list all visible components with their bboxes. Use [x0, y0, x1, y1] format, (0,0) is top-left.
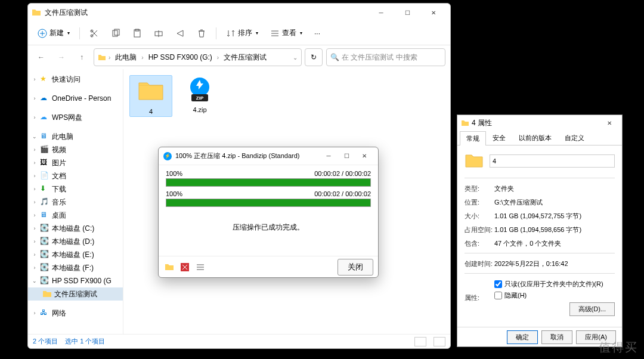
- rename-icon: [154, 29, 163, 38]
- bandizip-icon: ⚡: [163, 152, 172, 160]
- share-button[interactable]: [171, 26, 190, 41]
- maximize-button[interactable]: ☐: [394, 4, 420, 21]
- icons-view-button[interactable]: [434, 337, 445, 346]
- close-button[interactable]: ✕: [420, 4, 447, 21]
- folder-item[interactable]: 4: [129, 75, 172, 117]
- test-button[interactable]: [179, 261, 191, 273]
- disk-value: 1.01 GB (1,094,598,656 字节): [494, 225, 615, 234]
- address-bar[interactable]: › 此电脑 › HP SSD FX900 (G:) › 文件压缩测试 ⌄: [94, 48, 302, 66]
- sidebar-disk-d[interactable]: ›💽本地磁盘 (D:): [28, 235, 123, 248]
- sidebar-current-folder[interactable]: 文件压缩测试: [28, 287, 123, 301]
- sidebar-disk-g[interactable]: ⌄💽HP SSD FX900 (G: [28, 274, 123, 287]
- sidebar-network[interactable]: ›🖧网络: [28, 307, 123, 320]
- tab-custom[interactable]: 自定义: [558, 131, 591, 145]
- advanced-button[interactable]: 高级(D)...: [569, 302, 615, 316]
- search-input[interactable]: 🔍 在 文件压缩测试 中搜索: [326, 48, 445, 66]
- more-button[interactable]: ···: [309, 27, 325, 40]
- star-icon: ★: [40, 75, 49, 84]
- new-button[interactable]: 新建▾: [33, 26, 75, 41]
- drive-icon: 💽: [40, 250, 49, 259]
- minimize-button[interactable]: ─: [368, 4, 394, 21]
- share-icon: [175, 29, 185, 38]
- trash-icon: [197, 29, 206, 38]
- drive-icon: 💽: [40, 237, 49, 246]
- tab-previous[interactable]: 以前的版本: [512, 131, 558, 145]
- close-button[interactable]: ✕: [600, 114, 618, 131]
- breadcrumb-item[interactable]: 此电脑: [113, 51, 139, 64]
- details-view-button[interactable]: [414, 337, 426, 346]
- disk-label: 占用空间:: [465, 225, 494, 234]
- document-icon: 📄: [40, 171, 49, 181]
- cloud-icon: ☁: [40, 94, 49, 103]
- ok-button[interactable]: 确定: [507, 330, 538, 344]
- progress-2-time: 00:00:02 / 00:00:02: [314, 190, 371, 197]
- bandizip-dialog: ⚡ 100% 正在压缩 4.zip - Bandizip (Standard) …: [158, 147, 379, 278]
- type-label: 类型:: [465, 184, 494, 193]
- zip-file-item[interactable]: ZIP 4.zip: [178, 75, 221, 113]
- minimize-button[interactable]: ─: [320, 148, 338, 165]
- item-count: 2 个项目: [33, 337, 58, 346]
- sidebar-videos[interactable]: ›🎬视频: [28, 143, 123, 156]
- sidebar-quick-access[interactable]: ›★快速访问: [28, 73, 123, 86]
- readonly-checkbox[interactable]: [494, 280, 502, 288]
- sidebar-disk-f[interactable]: ›💽本地磁盘 (F:): [28, 261, 123, 274]
- breadcrumb-item[interactable]: 文件压缩测试: [221, 51, 269, 64]
- paste-button[interactable]: [128, 26, 147, 41]
- breadcrumb-item[interactable]: HP SSD FX900 (G:): [146, 52, 215, 63]
- sidebar-pictures[interactable]: ›🖼图片: [28, 156, 123, 169]
- list-icon: [196, 262, 205, 272]
- sidebar-downloads[interactable]: ›⬇下载: [28, 182, 123, 196]
- sidebar-wps[interactable]: ›☁WPS网盘: [28, 111, 123, 124]
- desktop-icon: 🖥: [40, 211, 49, 220]
- chevron-down-icon[interactable]: ⌄: [293, 54, 298, 61]
- contains-value: 47 个文件，0 个文件夹: [494, 239, 615, 248]
- maximize-button[interactable]: ☐: [338, 148, 355, 165]
- plus-icon: [38, 29, 47, 38]
- name-field[interactable]: [490, 154, 615, 168]
- attributes-label: 属性:: [465, 293, 494, 302]
- delete-button[interactable]: [192, 26, 211, 41]
- watermark: 值得买: [599, 339, 638, 355]
- cancel-button[interactable]: 取消: [541, 330, 572, 344]
- up-button[interactable]: ↑: [73, 49, 90, 66]
- search-icon: 🔍: [330, 53, 339, 61]
- svg-text:ZIP: ZIP: [196, 95, 204, 101]
- folder-icon: [461, 119, 469, 127]
- cut-button[interactable]: [85, 26, 104, 41]
- sidebar-music[interactable]: ›🎵音乐: [28, 196, 123, 209]
- view-button[interactable]: 查看▾: [265, 26, 307, 41]
- properties-dialog: 4 属性 ✕ 常规 安全 以前的版本 自定义 类型:文件夹 位置:G:\文件压缩…: [457, 114, 623, 347]
- tab-general[interactable]: 常规: [460, 131, 486, 146]
- sidebar-disk-c[interactable]: ›💽本地磁盘 (C:): [28, 222, 123, 235]
- open-folder-button[interactable]: [163, 261, 175, 273]
- forward-button[interactable]: →: [53, 49, 70, 66]
- clipboard-icon: [132, 29, 142, 38]
- back-button[interactable]: ←: [33, 49, 49, 66]
- created-value: 2022年5月22日，0:16:42: [494, 259, 615, 268]
- sidebar-thispc[interactable]: ⌄🖥此电脑: [28, 130, 123, 143]
- close-button[interactable]: ✕: [355, 148, 373, 165]
- folder-icon: [42, 289, 52, 299]
- drive-icon: 💽: [40, 224, 49, 233]
- toolbar: 新建▾ 排序▾ 查看▾ ···: [28, 21, 450, 45]
- network-icon: 🖧: [40, 308, 49, 318]
- folder-icon: [137, 77, 165, 106]
- close-action-button[interactable]: 关闭: [338, 259, 373, 276]
- cloud-icon: ☁: [40, 113, 49, 122]
- hidden-checkbox[interactable]: [494, 292, 502, 299]
- list-button[interactable]: [194, 261, 206, 273]
- status-bar: 2 个项目 选中 1 个项目: [28, 334, 450, 348]
- progress-bar-2: [166, 199, 371, 207]
- drive-icon: 💽: [40, 276, 49, 286]
- progress-1-time: 00:00:02 / 00:00:02: [314, 170, 371, 177]
- tab-security[interactable]: 安全: [486, 131, 512, 145]
- copy-button[interactable]: [106, 26, 125, 41]
- window-title: 文件压缩测试: [45, 8, 88, 18]
- sidebar-disk-e[interactable]: ›💽本地磁盘 (E:): [28, 248, 123, 261]
- rename-button[interactable]: [149, 26, 168, 41]
- sidebar-documents[interactable]: ›📄文档: [28, 169, 123, 182]
- sidebar-onedrive[interactable]: ›☁OneDrive - Person: [28, 92, 123, 105]
- sort-button[interactable]: 排序▾: [221, 26, 263, 41]
- sidebar-desktop[interactable]: ›🖥桌面: [28, 209, 123, 222]
- refresh-button[interactable]: ↻: [305, 48, 323, 66]
